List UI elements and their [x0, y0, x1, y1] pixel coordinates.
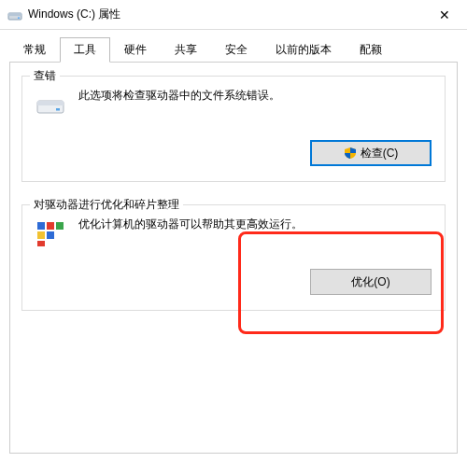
- tab-previous-versions[interactable]: 以前的版本: [262, 37, 346, 62]
- svg-rect-7: [47, 222, 54, 230]
- tab-content-tools: 查错 此选项将检查驱动器中的文件系统错误。: [9, 62, 458, 454]
- check-button[interactable]: 检查(C): [310, 140, 432, 166]
- groupbox-error-checking: 查错 此选项将检查驱动器中的文件系统错误。: [21, 76, 446, 182]
- defrag-icon: [35, 218, 65, 248]
- svg-rect-11: [37, 241, 45, 246]
- tab-label: 以前的版本: [276, 43, 332, 56]
- tab-label: 安全: [225, 43, 248, 56]
- svg-rect-1: [8, 13, 21, 16]
- tab-quota[interactable]: 配额: [346, 37, 396, 62]
- tab-general[interactable]: 常规: [9, 37, 60, 62]
- svg-rect-4: [37, 101, 64, 105]
- svg-rect-2: [18, 17, 20, 18]
- tab-label: 配额: [360, 43, 382, 56]
- button-label: 优化(O): [351, 274, 389, 290]
- group-label: 对驱动器进行优化和碎片整理: [30, 197, 183, 213]
- group-label: 查错: [30, 68, 60, 84]
- tab-label: 工具: [74, 43, 96, 56]
- drive-icon: [7, 7, 22, 22]
- svg-rect-5: [56, 108, 60, 111]
- tab-hardware[interactable]: 硬件: [110, 37, 161, 62]
- close-button[interactable]: ✕: [426, 7, 463, 22]
- tab-sharing[interactable]: 共享: [161, 37, 211, 62]
- disk-icon: [35, 90, 65, 119]
- optimize-description: 优化计算机的驱动器可以帮助其更高效运行。: [78, 217, 432, 232]
- tab-label: 共享: [175, 43, 197, 56]
- uac-shield-icon: [344, 147, 357, 160]
- button-label: 检查(C): [361, 146, 399, 161]
- optimize-button[interactable]: 优化(O): [310, 269, 432, 295]
- svg-rect-6: [37, 222, 45, 230]
- tab-label: 硬件: [124, 43, 147, 56]
- svg-rect-10: [47, 231, 54, 239]
- groupbox-optimize: 对驱动器进行优化和碎片整理 优化计算机的驱动器可以帮助其更高效运行。 优化(O): [21, 204, 446, 311]
- window-titlebar: Windows (C:) 属性 ✕: [0, 0, 467, 30]
- tab-label: 常规: [23, 43, 46, 56]
- svg-rect-9: [37, 231, 45, 239]
- check-description: 此选项将检查驱动器中的文件系统错误。: [78, 88, 432, 104]
- tab-security[interactable]: 安全: [211, 37, 262, 62]
- svg-rect-8: [56, 222, 64, 230]
- tab-tools[interactable]: 工具: [60, 37, 110, 63]
- tabs-row: 常规 工具 硬件 共享 安全 以前的版本 配额: [0, 30, 467, 62]
- window-title: Windows (C:) 属性: [28, 7, 426, 22]
